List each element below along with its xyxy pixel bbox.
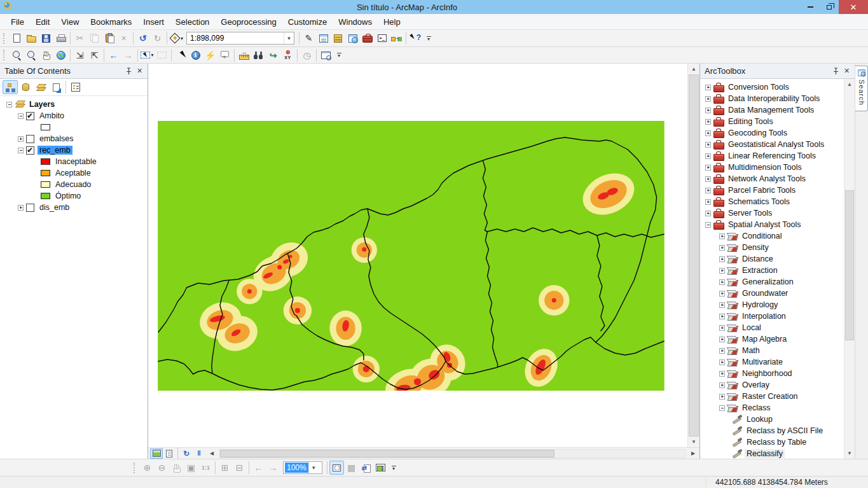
forward-extent-button[interactable]: → ▾ [121,48,135,62]
full-extent-button[interactable]: ▾ [53,48,68,62]
measure-button[interactable]: ▾ [237,48,251,62]
expander-icon[interactable] [705,176,711,182]
toc-options-button[interactable] [68,80,83,94]
toolset-generalization[interactable]: Generalization [703,276,844,288]
pan-page-button[interactable] [169,461,184,475]
toolbox-editing-tools[interactable]: Editing Tools [703,116,844,127]
zoom-in-page-button[interactable]: ⊕ [140,461,155,475]
close-panel-icon[interactable]: ✕ [134,66,145,76]
menu-bookmarks[interactable]: Bookmarks [85,15,137,29]
toolset-raster-creation[interactable]: Raster Creation [703,391,844,402]
expander-icon[interactable] [705,96,711,102]
search-window-button[interactable] [345,31,360,45]
cut-button[interactable]: ✂ ▾ [72,31,87,45]
expander-icon[interactable] [705,211,711,216]
toolset-distance[interactable]: Distance [703,253,844,265]
modelbuilder-button[interactable] [389,31,404,45]
menu-help[interactable]: Help [378,15,406,29]
expander-icon[interactable] [705,130,711,136]
layout-view-button[interactable] [163,449,176,459]
expander-icon[interactable] [719,348,725,354]
legend-optimo[interactable]: Óptimo [4,190,148,202]
menu-geoprocessing[interactable]: Geoprocessing [215,15,282,29]
toolbar-grip[interactable] [3,50,6,60]
toolset-map-algebra[interactable]: Map Algebra [703,333,844,345]
toolbox-data-interoperability-tools[interactable]: Data Interoperability Tools [703,93,844,104]
python-window-button[interactable] [375,31,389,45]
toolbar-overflow-button[interactable] [424,32,433,45]
scroll-left-button[interactable]: ◀ [205,449,218,459]
data-driven-pages-button[interactable] [373,461,388,475]
toolset-neighborhood[interactable]: Neighborhood [703,368,844,379]
toolbox-geostatistical-analyst-tools[interactable]: Geostatistical Analyst Tools [703,139,844,150]
tool-reclass-by-table[interactable]: Reclass by Table [703,436,844,448]
select-features-button[interactable]: ▾ [140,48,155,62]
menu-view[interactable]: View [55,15,85,29]
toggle-draft-mode-button[interactable]: ▦ [344,461,359,475]
expander-icon[interactable] [705,119,711,125]
toolbox-linear-referencing-tools[interactable]: Linear Referencing Tools [703,150,844,162]
back-page-button[interactable]: ← [251,461,266,475]
expander-icon[interactable] [705,108,711,113]
expander-icon[interactable] [719,234,725,239]
hyperlink-button[interactable]: ⚡ ▾ [203,48,217,62]
horizontal-scroll-thumb[interactable] [220,450,555,457]
expander-icon[interactable] [719,394,725,400]
toolbar-grip[interactable] [3,33,6,44]
toolset-overlay[interactable]: Overlay [703,379,844,391]
toolbox-multidimension-tools[interactable]: Multidimension Tools [703,162,844,173]
expander-icon[interactable] [719,302,725,308]
close-panel-icon[interactable]: ✕ [841,66,852,76]
toolset-math[interactable]: Math [703,345,844,356]
select-elements-button[interactable]: ▾ [174,48,188,62]
redo-button[interactable]: ↻ ▾ [150,31,165,45]
visibility-checkbox[interactable] [26,204,34,212]
time-slider-button[interactable]: ◷ ▾ [300,48,314,62]
toolset-density[interactable]: Density [703,242,844,253]
zoom-out-page-button[interactable]: ⊖ [155,461,169,475]
visibility-checkbox[interactable] [26,135,34,143]
restore-button[interactable] [820,0,839,14]
map-vertical-scrollbar[interactable]: ▲ ▼ [687,64,699,447]
expander-icon[interactable] [719,291,725,296]
table-of-contents-button[interactable] [316,31,331,45]
map-canvas[interactable] [148,64,687,447]
toolbox-network-analyst-tools[interactable]: Network Analyst Tools [703,173,844,185]
expander-icon[interactable] [719,359,725,365]
toolset-local[interactable]: Local [703,322,844,333]
zoom-out-button[interactable]: − ▾ [24,48,39,62]
back-extent-button[interactable]: ← ▾ [106,48,121,62]
minimize-button[interactable] [801,0,820,14]
list-by-drawing-order-button[interactable] [3,80,18,94]
menu-edit[interactable]: Edit [30,15,55,29]
pan-button[interactable]: ▾ [39,48,53,62]
save-button[interactable]: ▾ [39,31,53,45]
zoom-100-button[interactable]: 1:1 [198,461,213,475]
expander-icon[interactable] [705,85,711,90]
scroll-down-icon[interactable]: ▼ [688,436,699,447]
menu-customize[interactable]: Customize [282,15,333,29]
pause-drawing-button[interactable]: ‖ [193,449,205,459]
layer-ambito[interactable]: Ambito [4,110,148,122]
go-to-xy-button[interactable]: XY ▾ [280,48,295,62]
combo-arrow-icon[interactable]: ▼ [284,32,294,44]
copy-button[interactable]: ▾ [87,31,102,45]
list-by-selection-button[interactable] [48,80,64,94]
expander-icon[interactable] [719,314,725,319]
legend-inaceptable[interactable]: Inaceptable [4,156,148,167]
toolset-hydrology[interactable]: Hydrology [703,299,844,310]
tool-lookup[interactable]: Lookup [703,414,844,425]
editor-toolbar-button[interactable]: ✎ [301,31,316,45]
whats-this-button[interactable] [408,31,423,45]
tool-reclass-by-ascii-file[interactable]: Reclass by ASCII File [703,425,844,436]
layer-rec-emb[interactable]: rec_emb [4,144,148,156]
html-popup-button[interactable]: ▾ [217,48,232,62]
legend-aceptable[interactable]: Aceptable [4,167,148,179]
close-button[interactable]: ✕ [839,0,868,14]
new-document-button[interactable]: ▾ [10,31,24,45]
expander-icon[interactable] [719,279,725,285]
search-tab[interactable]: Search [855,66,868,111]
visibility-checkbox[interactable] [26,146,34,155]
find-button[interactable]: ▾ [251,48,266,62]
expander-icon[interactable] [705,199,711,205]
